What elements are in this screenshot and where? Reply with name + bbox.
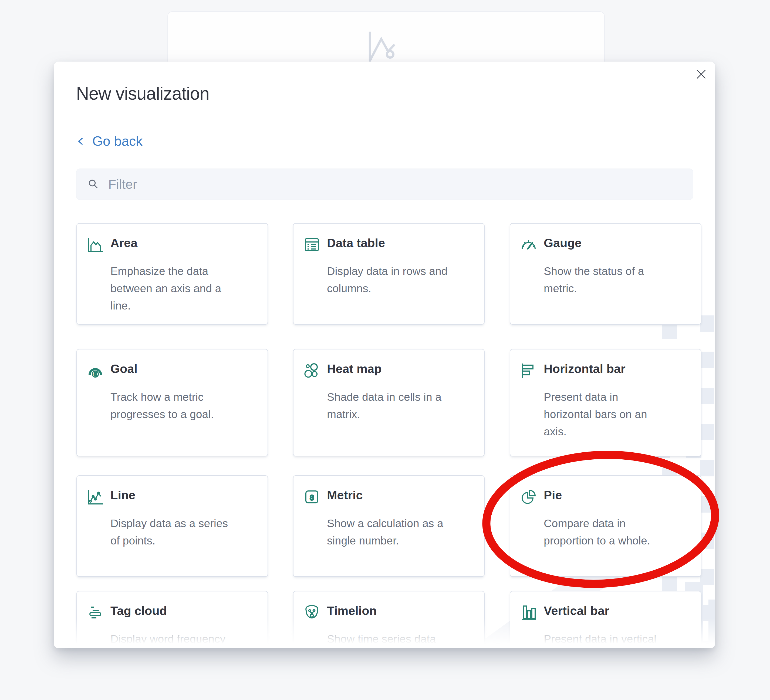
metric-icon [303, 488, 320, 506]
card-description: Present data in vertical bars on an axis… [544, 630, 692, 648]
card-description: Display data in rows and columns. [327, 262, 475, 297]
goal-icon [87, 362, 104, 379]
go-back-link[interactable]: Go back [77, 133, 142, 149]
line-chart-placeholder-icon [365, 26, 406, 66]
card-title: Goal [110, 362, 138, 376]
area-chart-icon [87, 236, 104, 253]
card-title: Area [110, 236, 138, 250]
vertical-bar-icon [520, 604, 537, 621]
card-description: Show the status of a metric. [544, 262, 692, 297]
horizontal-bar-icon [520, 362, 537, 379]
card-description: Compare data in proportion to a whole. [544, 515, 692, 549]
gauge-icon [520, 236, 537, 253]
card-goal[interactable]: Goal Track how a metric progresses to a … [76, 349, 268, 456]
card-vertical-bar[interactable]: Vertical bar Present data in vertical ba… [510, 591, 701, 648]
card-area[interactable]: Area Emphasize the data between an axis … [76, 223, 268, 325]
close-button[interactable] [696, 69, 706, 79]
search-icon [87, 178, 100, 190]
card-metric[interactable]: Metric Show a calculation as a single nu… [293, 475, 485, 577]
card-title: Line [110, 488, 136, 502]
card-title: Metric [327, 488, 363, 502]
card-title: Heat map [327, 362, 382, 376]
card-description: Emphasize the data between an axis and a… [110, 262, 258, 314]
card-title: Pie [544, 488, 562, 502]
card-title: Tag cloud [110, 604, 167, 618]
card-pie[interactable]: Pie Compare data in proportion to a whol… [510, 475, 701, 577]
chevron-left-icon [77, 133, 86, 149]
card-timelion[interactable]: Timelion Show time series data on a grap… [293, 591, 485, 648]
card-description: Present data in horizontal bars on an ax… [544, 388, 692, 440]
card-title: Timelion [327, 604, 377, 618]
card-description: Track how a metric progresses to a goal. [110, 388, 258, 423]
pie-chart-icon [520, 488, 537, 506]
timelion-icon [303, 604, 320, 621]
watermark-bar [709, 600, 715, 648]
close-icon [696, 76, 706, 80]
card-description: Show time series data on a graph. [327, 630, 475, 648]
card-title: Vertical bar [544, 604, 609, 618]
card-description: Display word frequency with font size. [110, 630, 258, 648]
tag-cloud-icon [87, 604, 104, 621]
card-tag-cloud[interactable]: Tag cloud Display word frequency with fo… [76, 591, 268, 648]
card-line[interactable]: Line Display data as a series of points. [76, 475, 268, 577]
card-description: Shade data in cells in a matrix. [327, 388, 475, 423]
heatmap-icon [303, 362, 320, 379]
card-data-table[interactable]: Data table Display data in rows and colu… [293, 223, 485, 325]
card-title: Gauge [544, 236, 582, 250]
card-description: Show a calculation as a single number. [327, 515, 475, 549]
line-chart-icon [87, 488, 104, 506]
modal-title: New visualization [76, 83, 209, 104]
data-table-icon [303, 236, 320, 253]
card-description: Display data as a series of points. [110, 515, 258, 549]
card-title: Data table [327, 236, 385, 250]
card-heat-map[interactable]: Heat map Shade data in cells in a matrix… [293, 349, 485, 456]
new-visualization-modal: New visualization Go back Area Emphasize… [54, 62, 715, 648]
card-title: Horizontal bar [544, 362, 626, 376]
filter-input[interactable] [100, 169, 693, 199]
card-horizontal-bar[interactable]: Horizontal bar Present data in horizonta… [510, 349, 701, 456]
filter-field [76, 169, 693, 200]
go-back-label: Go back [92, 133, 142, 149]
card-gauge[interactable]: Gauge Show the status of a metric. [510, 223, 701, 325]
